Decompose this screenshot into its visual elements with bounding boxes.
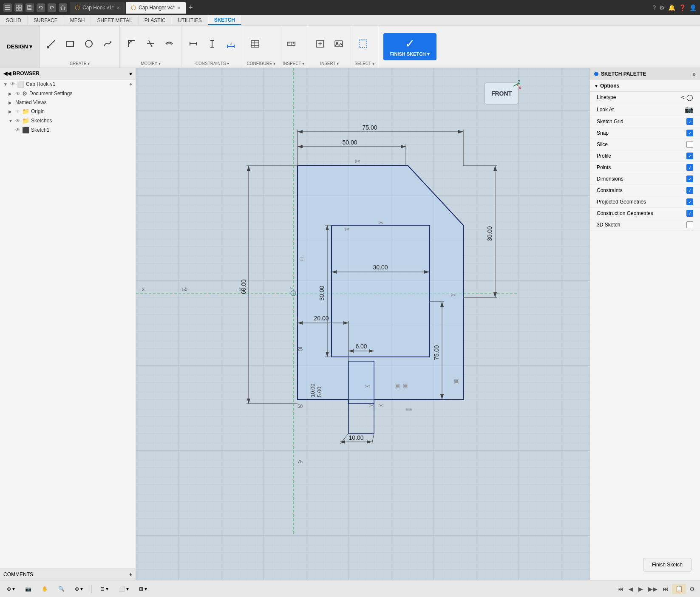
tab-surface[interactable]: SURFACE: [28, 15, 64, 25]
palette-finish-sketch-button[interactable]: Finish Sketch: [643, 558, 691, 572]
browser-collapse-icon[interactable]: ◀◀: [3, 71, 11, 76]
tab-plastic[interactable]: PLASTIC: [139, 15, 172, 25]
tab-utilities[interactable]: UTILITIES: [172, 15, 208, 25]
timeline-icon[interactable]: 📋: [672, 584, 686, 594]
visibility-icon-settings[interactable]: 👁: [15, 91, 20, 96]
tree-origin[interactable]: ▶ 👁 📁 Origin: [0, 107, 136, 116]
select-label: SELECT ▾: [354, 60, 374, 66]
tree-document-settings[interactable]: ▶ 👁 ⚙ Document Settings: [0, 89, 136, 98]
visibility-icon-root[interactable]: 👁: [10, 81, 15, 87]
tab-cap-hook[interactable]: ⬡ Cap Hook v1* ✕: [70, 2, 125, 14]
browser-header: ◀◀ BROWSER ●: [0, 68, 136, 79]
tab-solid[interactable]: SOLID: [0, 15, 28, 25]
add-comment-icon[interactable]: +: [129, 572, 132, 577]
grid-icon[interactable]: [14, 3, 23, 12]
visual-style-button[interactable]: ⬜ ▾: [115, 584, 132, 594]
look-at-icon[interactable]: 📷: [685, 105, 693, 113]
constraint-lower3: ≡≡: [405, 406, 412, 413]
visibility-icon-origin[interactable]: 👁: [15, 108, 20, 114]
undo-icon[interactable]: [37, 3, 45, 12]
snap-checkbox[interactable]: ✓: [686, 130, 693, 136]
orbit-dropdown[interactable]: ▾: [12, 586, 15, 592]
nav-last-button[interactable]: ⏭: [661, 584, 670, 594]
tab-mesh[interactable]: MESH: [64, 15, 91, 25]
settings-bottom-icon[interactable]: ⚙: [688, 584, 697, 594]
rectangle-tool[interactable]: [62, 31, 79, 57]
tree-arrow-views: ▶: [9, 100, 14, 105]
ruler-tool[interactable]: [283, 31, 300, 57]
new-tab-button[interactable]: +: [187, 3, 195, 12]
circle-tool[interactable]: [80, 31, 97, 57]
nav-play-button[interactable]: ▶: [637, 584, 645, 594]
tab-sketch[interactable]: SKETCH: [208, 15, 241, 25]
help-icon[interactable]: ?: [652, 4, 656, 11]
notification-icon[interactable]: 🔔: [668, 4, 675, 11]
points-checkbox[interactable]: ✓: [686, 164, 693, 171]
vertical-constraint[interactable]: [204, 31, 221, 57]
dimension-tool[interactable]: d: [222, 31, 239, 57]
image-insert-tool[interactable]: [330, 31, 347, 57]
zoom-tool-button[interactable]: 🔍: [55, 584, 68, 594]
tree-sketch1[interactable]: 👁 ⬛ Sketch1: [0, 125, 136, 135]
3d-sketch-checkbox[interactable]: [686, 221, 693, 228]
app-menu-icon[interactable]: [3, 3, 12, 12]
palette-row-snap: Snap ✓: [590, 127, 700, 139]
user-avatar[interactable]: 👤: [689, 4, 697, 11]
question-icon[interactable]: ❓: [679, 4, 686, 11]
construction-checkbox[interactable]: ✓: [686, 210, 693, 217]
offset-tool[interactable]: [161, 31, 178, 57]
horizontal-constraint[interactable]: [185, 31, 202, 57]
tab-cap-hanger[interactable]: ⬡ Cap Hanger v4* ✕: [126, 2, 186, 14]
linetype-icon2[interactable]: ◯: [686, 94, 693, 101]
save-icon[interactable]: [26, 3, 34, 12]
line-tool[interactable]: [43, 31, 60, 57]
orbit-tool-button[interactable]: ⊕ ▾: [3, 584, 18, 594]
grid-display-button[interactable]: ⊟ ▾: [97, 584, 112, 594]
profile-checkbox[interactable]: ✓: [686, 153, 693, 159]
pan-camera-button[interactable]: 📷: [22, 584, 35, 594]
pan-tool-button[interactable]: ✋: [38, 584, 51, 594]
tree-arrow-origin: ▶: [9, 109, 14, 114]
settings-icon[interactable]: ⚙: [659, 4, 665, 11]
fillet-tool[interactable]: [123, 31, 140, 57]
sketch-grid-checkbox[interactable]: ✓: [686, 118, 693, 125]
palette-expand-icon[interactable]: »: [692, 71, 696, 77]
nav-prev-button[interactable]: ◀: [627, 584, 635, 594]
insert-tool[interactable]: [312, 31, 329, 57]
env-dropdown[interactable]: ▾: [145, 586, 147, 592]
tree-sketches[interactable]: ▼ 👁 📁 Sketches: [0, 116, 136, 125]
projected-checkbox[interactable]: ✓: [686, 198, 693, 205]
spline-tool[interactable]: [99, 31, 116, 57]
tree-root[interactable]: ▼ 👁 ⬜ Cap Hook v1 ●: [0, 79, 136, 89]
visibility-icon-sketch1[interactable]: 👁: [15, 127, 20, 133]
home-icon[interactable]: [59, 3, 67, 12]
palette-row-look-at: Look At 📷: [590, 103, 700, 116]
tab-close-cap-hook[interactable]: ✕: [116, 6, 120, 10]
design-dropdown[interactable]: DESIGN ▾: [0, 25, 40, 68]
constraints-checkbox[interactable]: ✓: [686, 187, 693, 194]
slice-checkbox[interactable]: [686, 141, 693, 148]
visibility-icon-sketches[interactable]: 👁: [15, 118, 20, 124]
view-cube-label: FRONT: [491, 90, 512, 97]
select-all-tool[interactable]: [354, 31, 371, 57]
browser-pin-icon[interactable]: ●: [129, 71, 132, 76]
environment-button[interactable]: ⊞ ▾: [136, 584, 150, 594]
zoom-dropdown[interactable]: ▾: [80, 586, 83, 592]
table-tool[interactable]: [247, 31, 264, 57]
redo-icon[interactable]: [48, 3, 56, 12]
tree-named-views[interactable]: ▶ Named Views: [0, 98, 136, 107]
tab-close-cap-hanger[interactable]: ✕: [177, 6, 181, 10]
nav-next-button[interactable]: ▶▶: [646, 584, 659, 594]
trim-tool[interactable]: [142, 31, 159, 57]
nav-first-button[interactable]: ⏮: [616, 584, 625, 594]
options-header[interactable]: ▼ Options: [590, 80, 700, 92]
linetype-icon1[interactable]: <: [681, 94, 685, 101]
visual-dropdown[interactable]: ▾: [126, 586, 129, 592]
grid-dropdown[interactable]: ▾: [106, 586, 108, 592]
tab-sheet-metal[interactable]: SHEET METAL: [91, 15, 138, 25]
finish-sketch-button[interactable]: ✓ FINISH SKETCH ▾: [383, 33, 436, 60]
browser-panel: ◀◀ BROWSER ● ▼ 👁 ⬜ Cap Hook v1 ● ▶ 👁 ⚙ D…: [0, 68, 136, 580]
dimensions-checkbox[interactable]: ✓: [686, 175, 693, 182]
zoom-dropdown-button[interactable]: ⊕ ▾: [71, 584, 86, 594]
view-cube[interactable]: FRONT Z X: [485, 80, 521, 104]
